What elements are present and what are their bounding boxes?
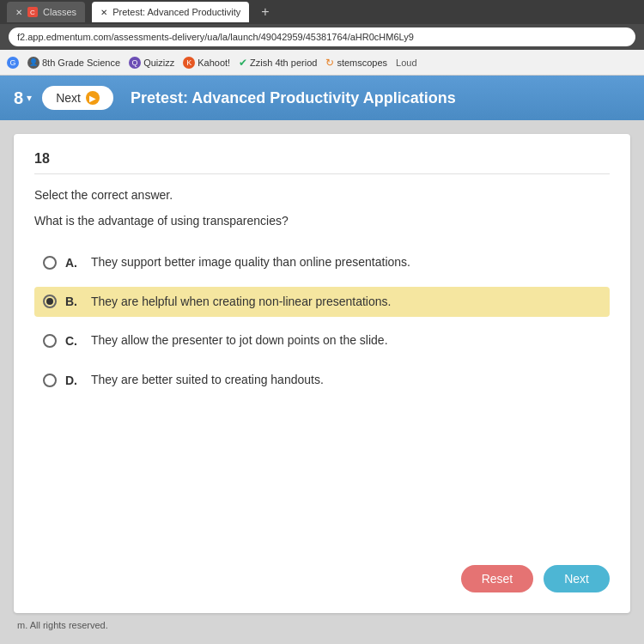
check-icon: ✔ xyxy=(239,57,247,69)
tab-close-classes[interactable]: ✕ xyxy=(15,8,22,17)
option-b[interactable]: B. They are helpful when creating non-li… xyxy=(34,287,610,318)
question-text: What is the advantage of using transpare… xyxy=(34,212,610,230)
question-number: 8 xyxy=(14,88,23,108)
kahoot-icon: K xyxy=(183,57,195,69)
address-text: f2.app.edmentum.com/assessments-delivery… xyxy=(17,32,414,42)
radio-a[interactable] xyxy=(43,256,57,270)
bookmark-quizizz[interactable]: Q Quizizz xyxy=(129,57,174,69)
quizizz-icon: Q xyxy=(129,57,141,69)
option-a-text: They support better image quality than o… xyxy=(91,254,410,271)
footer-text: m. All rights reserved. xyxy=(14,620,630,630)
option-a-letter: A. xyxy=(65,256,82,270)
science-icon: 👤 xyxy=(27,57,39,69)
option-a[interactable]: A. They support better image quality tha… xyxy=(34,247,610,278)
google-icon: G xyxy=(7,57,19,69)
new-tab-button[interactable]: + xyxy=(256,4,274,20)
options-list: A. They support better image quality tha… xyxy=(34,247,610,551)
option-c-text: They allow the presenter to jot down poi… xyxy=(91,332,388,349)
tab-classes[interactable]: ✕ C Classes xyxy=(7,2,85,22)
reset-button[interactable]: Reset xyxy=(461,565,534,592)
bookmark-kahoot[interactable]: K Kahoot! xyxy=(183,57,230,69)
tab-classes-label: Classes xyxy=(43,7,76,17)
radio-d[interactable] xyxy=(43,374,57,387)
option-b-letter: B. xyxy=(65,295,82,308)
tab-close-pretest[interactable]: ✕ xyxy=(100,8,107,17)
radio-b[interactable] xyxy=(43,295,57,308)
option-d-letter: D. xyxy=(65,374,82,387)
instruction-text: Select the correct answer. xyxy=(34,188,610,202)
question-number-badge: 18 xyxy=(34,151,610,174)
next-arrow-icon: ▶ xyxy=(86,91,100,105)
bookmark-zzish-label: Zzish 4th period xyxy=(250,58,317,68)
option-d[interactable]: D. They are better suited to creating ha… xyxy=(34,365,610,396)
app-toolbar: 8 ▾ Next ▶ Pretest: Advanced Productivit… xyxy=(0,76,644,120)
bookmarks-bar: G 👤 8th Grade Science Q Quizizz K Kahoot… xyxy=(0,50,644,76)
radio-c[interactable] xyxy=(43,334,57,348)
question-card: 18 Select the correct answer. What is th… xyxy=(14,134,630,613)
option-b-text: They are helpful when creating non-linea… xyxy=(91,294,391,311)
question-nav: 8 ▾ xyxy=(14,88,32,108)
tab-pretest-label: Pretest: Advanced Productivity xyxy=(112,7,240,17)
option-d-text: They are better suited to creating hando… xyxy=(91,372,324,389)
classes-icon: C xyxy=(27,7,38,17)
browser-tab-bar: ✕ C Classes ✕ Pretest: Advanced Producti… xyxy=(0,0,644,24)
bookmark-quizizz-label: Quizizz xyxy=(143,58,174,68)
address-bar: f2.app.edmentum.com/assessments-delivery… xyxy=(0,24,644,50)
next-button-main[interactable]: Next xyxy=(544,565,610,592)
option-c[interactable]: C. They allow the presenter to jot down … xyxy=(34,325,610,356)
bookmark-stemscopes[interactable]: ↻ stemscopes xyxy=(325,57,387,69)
option-c-letter: C. xyxy=(65,334,82,348)
next-button-toolbar[interactable]: Next ▶ xyxy=(42,86,113,110)
chevron-down-icon[interactable]: ▾ xyxy=(27,92,32,104)
stemscopes-icon: ↻ xyxy=(325,57,334,69)
bookmark-loud[interactable]: Loud xyxy=(396,58,416,68)
tab-pretest[interactable]: ✕ Pretest: Advanced Productivity xyxy=(92,2,249,22)
bookmark-zzish[interactable]: ✔ Zzish 4th period xyxy=(239,57,317,69)
bookmark-loud-label: Loud xyxy=(396,58,416,68)
address-input[interactable]: f2.app.edmentum.com/assessments-delivery… xyxy=(9,27,635,46)
page-title: Pretest: Advanced Productivity Applicati… xyxy=(131,89,456,107)
bookmark-kahoot-label: Kahoot! xyxy=(197,58,230,68)
bookmark-science-label: 8th Grade Science xyxy=(42,58,120,68)
bookmark-stemscopes-label: stemscopes xyxy=(337,58,387,68)
main-content: 18 Select the correct answer. What is th… xyxy=(0,120,644,644)
next-label-toolbar: Next xyxy=(56,91,81,105)
bookmark-science[interactable]: 👤 8th Grade Science xyxy=(27,57,120,69)
bookmark-google[interactable]: G xyxy=(7,57,19,69)
button-row: Reset Next xyxy=(34,565,610,592)
